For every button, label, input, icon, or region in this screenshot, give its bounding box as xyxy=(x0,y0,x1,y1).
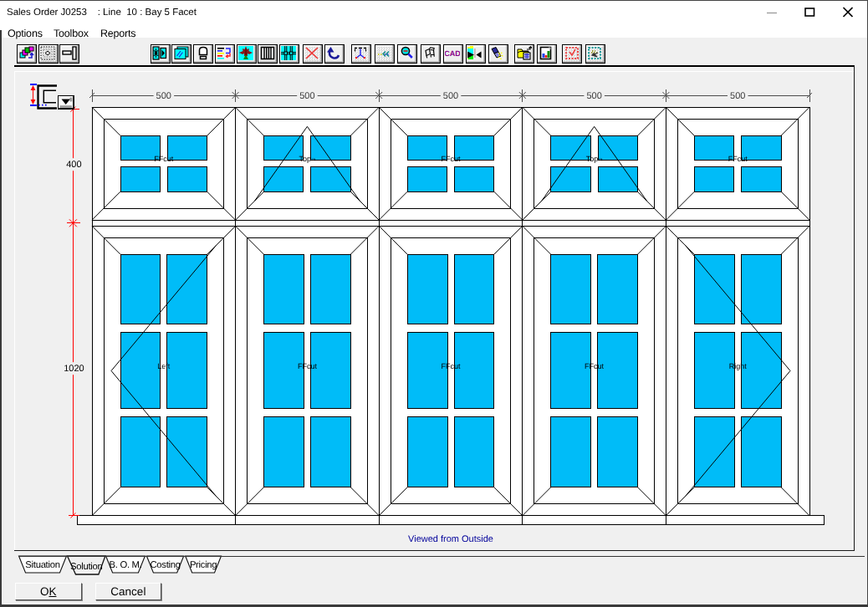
svg-text:B. O. M.: B. O. M. xyxy=(109,560,141,570)
svg-text:Situation: Situation xyxy=(25,560,59,570)
svg-text:FFcut: FFcut xyxy=(441,155,461,163)
svg-text:Pricing: Pricing xyxy=(190,560,217,570)
svg-text:FFcut: FFcut xyxy=(728,155,748,163)
svg-text:FFcut: FFcut xyxy=(441,362,461,370)
svg-text:Top¬: Top¬ xyxy=(586,155,603,163)
svg-text:Right: Right xyxy=(729,362,748,370)
svg-text:Left: Left xyxy=(157,362,171,370)
svg-text:500: 500 xyxy=(156,91,171,101)
svg-text:400: 400 xyxy=(66,160,81,170)
svg-text:FFcut: FFcut xyxy=(298,362,318,370)
svg-text:Viewed from Outside: Viewed from Outside xyxy=(408,534,493,544)
svg-text:Costing: Costing xyxy=(150,560,180,570)
svg-text:500: 500 xyxy=(299,91,314,101)
svg-text:500: 500 xyxy=(443,91,458,101)
svg-text:500: 500 xyxy=(586,91,601,101)
svg-text:Top¬: Top¬ xyxy=(299,155,316,163)
svg-text:500: 500 xyxy=(730,91,745,101)
svg-text:Solution: Solution xyxy=(70,562,102,572)
svg-text:FFcut: FFcut xyxy=(154,155,174,163)
svg-text:FFcut: FFcut xyxy=(585,362,605,370)
svg-text:1020: 1020 xyxy=(64,364,84,374)
